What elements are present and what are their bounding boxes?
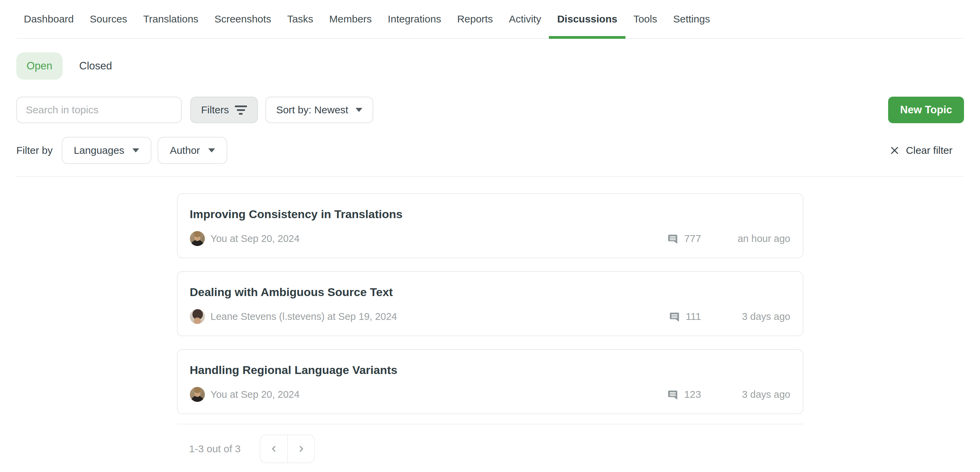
x-icon	[889, 145, 900, 156]
pagination: 1-3 out of 3	[177, 435, 803, 463]
filters-button[interactable]: Filters	[190, 97, 258, 123]
nav-item-screenshots[interactable]: Screenshots	[215, 0, 271, 38]
comment-count-group: 777	[667, 233, 701, 244]
topic-time: 3 days ago	[701, 389, 791, 400]
topic-time: 3 days ago	[701, 311, 791, 322]
chevron-left-icon	[269, 444, 279, 454]
caret-down-icon	[132, 148, 139, 153]
comment-count: 777	[684, 233, 701, 244]
avatar	[190, 231, 205, 246]
filter-bar: Filter by Languages Author Clear filter	[16, 137, 964, 164]
author-dropdown[interactable]: Author	[158, 137, 227, 164]
languages-dropdown[interactable]: Languages	[62, 137, 151, 164]
comment-count-group: 123	[667, 389, 701, 400]
languages-dropdown-label: Languages	[74, 145, 124, 156]
next-page-button[interactable]	[287, 435, 314, 462]
sort-by-label: Sort by: Newest	[276, 104, 348, 116]
filter-funnel-icon	[235, 105, 247, 115]
nav-item-integrations[interactable]: Integrations	[388, 0, 441, 38]
avatar	[190, 387, 205, 402]
comment-count: 111	[686, 311, 701, 322]
topic-meta: You at Sep 20, 2024 123 3 days ago	[190, 387, 791, 402]
topic-byline: You at Sep 20, 2024	[211, 389, 300, 400]
topic-meta: You at Sep 20, 2024 777 an hour ago	[190, 231, 791, 246]
nav-item-tasks[interactable]: Tasks	[287, 0, 313, 38]
topic-title[interactable]: Handling Regional Language Variants	[190, 364, 791, 377]
topic-time: an hour ago	[701, 233, 791, 244]
comment-bubble-icon	[667, 389, 678, 400]
caret-down-icon	[208, 148, 215, 153]
section-divider	[16, 176, 964, 177]
nav-item-settings[interactable]: Settings	[673, 0, 710, 38]
topic-card[interactable]: Handling Regional Language Variants You …	[177, 349, 803, 414]
sort-by-dropdown[interactable]: Sort by: Newest	[266, 97, 374, 123]
tab-open[interactable]: Open	[16, 52, 63, 79]
comment-bubble-icon	[667, 233, 678, 244]
clear-filter-button[interactable]: Clear filter	[889, 145, 953, 156]
nav-item-members[interactable]: Members	[329, 0, 372, 38]
clear-filter-label: Clear filter	[906, 145, 953, 156]
topics-toolbar: Filters Sort by: Newest New Topic	[16, 97, 964, 123]
pager-button-group	[259, 435, 315, 463]
comment-bubble-icon	[669, 311, 680, 322]
topic-card[interactable]: Improving Consistency in Translations Yo…	[177, 193, 803, 258]
nav-item-tools[interactable]: Tools	[633, 0, 657, 38]
topic-byline: Leane Stevens (l.stevens) at Sep 19, 202…	[211, 311, 397, 322]
new-topic-label: New Topic	[900, 104, 952, 116]
filters-button-label: Filters	[201, 104, 229, 116]
prev-page-button[interactable]	[260, 435, 287, 462]
new-topic-button[interactable]: New Topic	[888, 97, 964, 123]
chevron-right-icon	[296, 444, 306, 454]
topic-state-tabs: Open Closed	[16, 52, 964, 79]
topic-byline: You at Sep 20, 2024	[211, 233, 300, 244]
nav-item-reports[interactable]: Reports	[457, 0, 493, 38]
filter-by-label: Filter by	[16, 145, 53, 156]
comment-count: 123	[684, 389, 701, 400]
nav-item-activity[interactable]: Activity	[509, 0, 541, 38]
caret-down-icon	[356, 108, 363, 112]
nav-item-sources[interactable]: Sources	[90, 0, 127, 38]
tab-closed[interactable]: Closed	[79, 60, 112, 72]
page-range-label: 1-3 out of 3	[189, 443, 241, 455]
project-nav: Dashboard Sources Translations Screensho…	[16, 0, 964, 39]
list-divider	[177, 424, 803, 424]
topic-title[interactable]: Dealing with Ambiguous Source Text	[190, 286, 791, 299]
search-input[interactable]	[16, 97, 182, 123]
topic-list: Improving Consistency in Translations Yo…	[177, 193, 803, 414]
author-dropdown-label: Author	[170, 145, 200, 156]
topic-card[interactable]: Dealing with Ambiguous Source Text Leane…	[177, 271, 803, 336]
nav-item-discussions[interactable]: Discussions	[557, 0, 617, 38]
avatar	[190, 309, 205, 324]
topic-title[interactable]: Improving Consistency in Translations	[190, 208, 791, 221]
nav-item-dashboard[interactable]: Dashboard	[24, 0, 74, 38]
comment-count-group: 111	[669, 311, 701, 322]
topic-meta: Leane Stevens (l.stevens) at Sep 19, 202…	[190, 309, 791, 324]
nav-item-translations[interactable]: Translations	[143, 0, 198, 38]
